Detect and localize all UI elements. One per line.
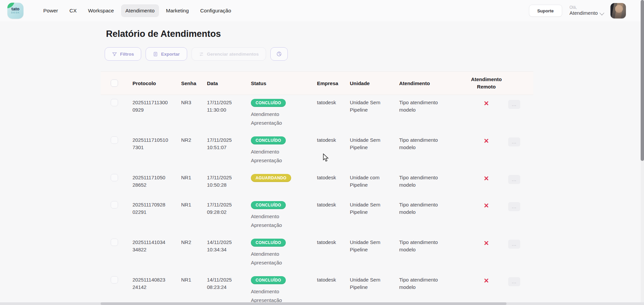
cell-senha: NR2 bbox=[181, 239, 207, 246]
cell-atendimento: Tipo atendimento modelo bbox=[399, 239, 441, 253]
cell-atendimento: Tipo atendimento modelo bbox=[399, 201, 441, 216]
page-title: Relatório de Atendimentos bbox=[106, 29, 537, 39]
cell-data: 14/11/2025 08:23:24 bbox=[207, 276, 238, 291]
cell-unidade: Unidade com Pipeline bbox=[350, 174, 384, 189]
report-pie-button[interactable] bbox=[270, 47, 288, 61]
filter-button-label: Filtros bbox=[120, 52, 134, 57]
vertical-scrollbar-thumb[interactable] bbox=[641, 0, 644, 161]
horizontal-scrollbar-thumb[interactable] bbox=[101, 302, 506, 305]
status-subtext: Atendimento Apresentação bbox=[251, 147, 292, 165]
manage-button-label: Gerenciar atendimentos bbox=[207, 52, 259, 57]
column-header-atendimento: Atendimento bbox=[399, 80, 465, 86]
cell-unidade: Unidade Sem Pipeline bbox=[350, 99, 384, 114]
manage-icon bbox=[199, 52, 204, 57]
row-checkbox[interactable] bbox=[111, 136, 118, 144]
cell-unidade: Unidade Sem Pipeline bbox=[350, 201, 384, 216]
cell-empresa: tatodesk bbox=[317, 174, 337, 181]
cell-data: 17/11/2025 10:50:28 bbox=[207, 174, 238, 189]
row-actions-button[interactable]: ... bbox=[508, 202, 520, 211]
cell-empresa: tatodesk bbox=[317, 201, 337, 208]
row-actions-button[interactable]: ... bbox=[508, 137, 520, 146]
nav-item-configuracao[interactable]: Configuração bbox=[196, 4, 235, 17]
cell-empresa: tatodesk bbox=[317, 136, 337, 144]
cell-data: 14/11/2025 10:34:34 bbox=[207, 239, 238, 253]
cell-data: 17/11/2025 10:51:07 bbox=[207, 136, 238, 151]
column-header-atendimento-remoto: Atendimento Remoto bbox=[465, 76, 508, 90]
filter-icon bbox=[112, 52, 117, 57]
user-menu: Olá, Atendimento bbox=[570, 5, 603, 16]
cell-protocolo: 202511170928 02291 bbox=[132, 201, 181, 216]
toolbar: Filtros Exportar Gerenciar atendimentos bbox=[105, 47, 537, 61]
cell-unidade: Unidade Sem Pipeline bbox=[350, 239, 384, 253]
table-row: 202511170928 02291 NR1 17/11/2025 09:28:… bbox=[101, 197, 533, 235]
cell-senha: NR3 bbox=[181, 99, 207, 106]
column-header-senha: Senha bbox=[181, 80, 207, 86]
row-actions-button[interactable]: ... bbox=[508, 175, 520, 184]
remote-no-icon: ✕ bbox=[484, 100, 489, 108]
filter-button[interactable]: Filtros bbox=[105, 47, 141, 61]
status-badge: CONCLUÍDO bbox=[251, 136, 286, 144]
export-button[interactable]: Exportar bbox=[146, 47, 187, 61]
table-row: 202511171050 28652 NR1 17/11/2025 10:50:… bbox=[101, 170, 533, 197]
atendimentos-table: Protocolo Senha Data Status Empresa Unid… bbox=[101, 71, 533, 305]
select-all-checkbox[interactable] bbox=[111, 79, 118, 87]
remote-no-icon: ✕ bbox=[484, 175, 489, 183]
status-badge: CONCLUÍDO bbox=[251, 239, 286, 247]
nav-item-workspace[interactable]: Workspace bbox=[84, 4, 118, 17]
remote-no-icon: ✕ bbox=[484, 277, 489, 285]
row-actions-button[interactable]: ... bbox=[508, 240, 520, 249]
manage-atendimentos-button[interactable]: Gerenciar atendimentos bbox=[192, 47, 266, 61]
column-header-protocolo: Protocolo bbox=[132, 80, 181, 86]
cell-atendimento: Tipo atendimento modelo bbox=[399, 136, 441, 151]
row-actions-button[interactable]: ... bbox=[508, 277, 520, 286]
column-header-status: Status bbox=[251, 80, 317, 86]
cell-protocolo: 2025111710510 7301 bbox=[132, 136, 181, 151]
nav-item-marketing[interactable]: Marketing bbox=[162, 4, 193, 17]
main-nav: Power CX Workspace Atendimento Marketing… bbox=[39, 4, 235, 17]
row-checkbox[interactable] bbox=[111, 174, 118, 181]
brand-logo-text: tato bbox=[11, 7, 19, 11]
user-name-label: Atendimento bbox=[570, 10, 598, 16]
cell-empresa: tatodesk bbox=[317, 276, 337, 284]
nav-item-atendimento[interactable]: Atendimento bbox=[121, 4, 159, 17]
table-body: 2025111711300 0929 NR3 17/11/2025 11:30:… bbox=[101, 95, 533, 305]
chevron-down-icon bbox=[599, 10, 604, 15]
row-checkbox[interactable] bbox=[111, 239, 118, 246]
brand-logo-subtext: DESK bbox=[11, 11, 20, 14]
remote-no-icon: ✕ bbox=[484, 137, 489, 145]
cell-protocolo: 2025111711300 0929 bbox=[132, 99, 181, 114]
table-row: 202511140823 24142 NR1 14/11/2025 08:23:… bbox=[101, 272, 533, 305]
cell-data: 17/11/2025 09:28:02 bbox=[207, 201, 238, 216]
cell-unidade: Unidade Sem Pipeline bbox=[350, 276, 384, 291]
cell-protocolo: 202511140823 24142 bbox=[132, 276, 181, 291]
avatar[interactable] bbox=[610, 3, 626, 18]
column-header-unidade: Unidade bbox=[350, 80, 399, 86]
support-button[interactable]: Suporte bbox=[529, 5, 562, 17]
cell-atendimento: Tipo atendimento modelo bbox=[399, 99, 441, 114]
status-subtext: Atendimento Apresentação bbox=[251, 110, 292, 127]
row-checkbox[interactable] bbox=[111, 276, 118, 284]
status-badge: CONCLUÍDO bbox=[251, 201, 286, 209]
cell-atendimento: Tipo atendimento modelo bbox=[399, 276, 441, 291]
table-header-row: Protocolo Senha Data Status Empresa Unid… bbox=[101, 71, 533, 95]
cell-atendimento: Tipo atendimento modelo bbox=[399, 174, 441, 189]
status-badge: CONCLUÍDO bbox=[251, 276, 286, 284]
cell-senha: NR1 bbox=[181, 174, 207, 181]
cell-empresa: tatodesk bbox=[317, 99, 337, 106]
user-dropdown[interactable]: Atendimento bbox=[570, 10, 603, 16]
column-header-empresa: Empresa bbox=[317, 80, 350, 86]
row-checkbox[interactable] bbox=[111, 99, 118, 106]
row-checkbox[interactable] bbox=[111, 201, 118, 208]
top-nav: tato DESK Power CX Workspace Atendimento… bbox=[0, 0, 644, 21]
row-actions-button[interactable]: ... bbox=[508, 100, 520, 109]
cell-unidade: Unidade Sem Pipeline bbox=[350, 136, 384, 151]
cell-data: 17/11/2025 11:30:00 bbox=[207, 99, 238, 114]
brand-logo[interactable]: tato DESK bbox=[7, 3, 23, 19]
cell-protocolo: 202511171050 28652 bbox=[132, 174, 181, 189]
nav-item-power[interactable]: Power bbox=[39, 4, 62, 17]
cell-senha: NR2 bbox=[181, 136, 207, 144]
table-row: 2025111711300 0929 NR3 17/11/2025 11:30:… bbox=[101, 95, 533, 132]
nav-item-cx[interactable]: CX bbox=[65, 4, 81, 17]
main-content: Relatório de Atendimentos Filtros Export… bbox=[101, 29, 537, 305]
cell-empresa: tatodesk bbox=[317, 239, 337, 246]
